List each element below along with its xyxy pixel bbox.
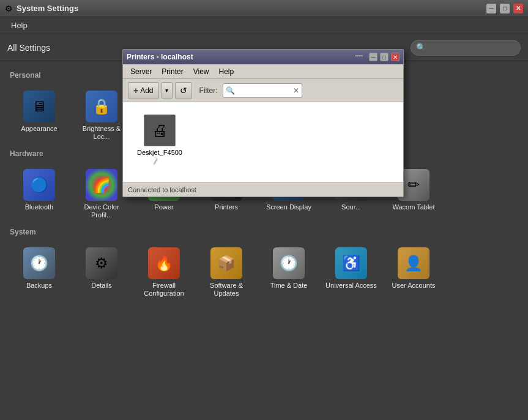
maximize-button[interactable]: □ xyxy=(500,4,510,13)
status-text: Connected to localhost xyxy=(128,186,196,193)
icon-item-universal[interactable]: ♿ Universal Access xyxy=(322,242,381,298)
system-section-label: System xyxy=(10,228,518,236)
filter-box: 🔍 ✕ xyxy=(223,83,302,98)
menubar: Help xyxy=(0,17,528,34)
icon-item-details[interactable]: ⚙ Details xyxy=(72,242,131,298)
icon-label-power: Power xyxy=(154,203,173,211)
dialog-close-button[interactable]: ✕ xyxy=(391,53,400,61)
filter-clear-button[interactable]: ✕ xyxy=(293,86,299,95)
icon-img-appearance: 🖥 xyxy=(23,91,55,122)
icon-item-users[interactable]: 👤 User Accounts xyxy=(384,242,443,298)
icon-label-backups: Backups xyxy=(26,282,52,290)
all-settings-label[interactable]: All Settings xyxy=(7,43,50,53)
help-menu[interactable]: Help xyxy=(5,18,34,32)
icon-label-tablet: Wacom Tablet xyxy=(392,203,434,211)
icon-label-printers: Printers xyxy=(215,203,238,211)
icon-label-details: Details xyxy=(91,282,112,290)
icon-label-brightness: Brightness & Loc... xyxy=(76,125,127,141)
app-icon: ⚙ xyxy=(5,4,13,13)
icon-img-details: ⚙ xyxy=(86,247,117,279)
icon-label-software: Software & Updates xyxy=(201,282,252,298)
icon-img-software: 📦 xyxy=(210,247,242,279)
icon-img-color: 🌈 xyxy=(86,169,117,201)
close-button[interactable]: ✕ xyxy=(513,4,523,13)
dialog-menu-printer[interactable]: Printer xyxy=(157,66,188,77)
add-label: Add xyxy=(140,86,153,95)
icon-img-backups: 🕐 xyxy=(23,247,55,279)
dialog-statusbar: Connected to localhost xyxy=(123,182,403,197)
printer-name: Deskjet_F4500 xyxy=(137,149,182,156)
icon-img-brightness: 🔒 xyxy=(86,91,117,122)
icon-item-timedate[interactable]: 🕐 Time & Date xyxy=(259,242,318,298)
dialog-menu-view[interactable]: View xyxy=(188,66,214,77)
icon-item-backups[interactable]: 🕐 Backups xyxy=(10,242,69,298)
icon-label-color: Devic Color Profil... xyxy=(76,203,127,219)
icon-img-firewall: 🔥 xyxy=(148,247,180,279)
filter-label: Filter: xyxy=(199,86,218,95)
add-dropdown-button[interactable]: ▾ xyxy=(162,82,173,99)
search-input[interactable] xyxy=(428,43,515,52)
system-grid: 🕐 Backups ⚙ Details 🔥 Firewall Configura… xyxy=(10,242,518,298)
dialog-menubar: ServerPrinterViewHelp xyxy=(123,64,403,79)
window-title: System Settings xyxy=(17,4,484,13)
icon-img-users: 👤 xyxy=(398,247,429,279)
add-printer-button[interactable]: + Add xyxy=(128,82,159,99)
icon-label-firewall: Firewall Configuration xyxy=(138,282,190,298)
dialog-toolbar: + Add ▾ ↺ Filter: 🔍 ✕ xyxy=(123,79,403,102)
dialog-maximize-button[interactable]: □ xyxy=(380,53,389,61)
filter-input[interactable] xyxy=(235,86,292,95)
dialog-content: 🖨 Deskjet_F4500 xyxy=(123,102,403,182)
dialog-titlebar: Printers - localhost ▪▪▪▪ ─ □ ✕ xyxy=(123,50,403,64)
refresh-button[interactable]: ↺ xyxy=(175,82,192,99)
icon-label-sound: Sour... xyxy=(341,203,361,211)
search-icon: 🔍 xyxy=(416,43,426,52)
icon-item-firewall[interactable]: 🔥 Firewall Configuration xyxy=(135,242,193,298)
dialog-title: Printers - localhost xyxy=(127,53,355,61)
icon-img-universal: ♿ xyxy=(335,247,367,279)
icon-label-bluetooth: Bluetooth xyxy=(25,203,53,211)
icon-item-appearance[interactable]: 🖥 Appearance xyxy=(10,86,69,141)
printer-icon: 🖨 xyxy=(144,114,176,146)
printers-dialog: Printers - localhost ▪▪▪▪ ─ □ ✕ ServerPr… xyxy=(122,49,404,197)
icon-item-software[interactable]: 📦 Software & Updates xyxy=(197,242,256,298)
icon-label-timedate: Time & Date xyxy=(270,282,308,290)
printer-item[interactable]: 🖨 Deskjet_F4500 xyxy=(135,114,184,170)
icon-img-timedate: 🕐 xyxy=(273,247,305,279)
titlebar: ⚙ System Settings ─ □ ✕ xyxy=(0,0,528,17)
dialog-menu-server[interactable]: Server xyxy=(125,66,157,77)
dialog-minimize-button[interactable]: ─ xyxy=(369,53,377,61)
icon-img-bluetooth: 🔵 xyxy=(23,169,55,201)
search-box[interactable]: 🔍 xyxy=(411,40,521,56)
icon-label-universal: Universal Access xyxy=(325,282,377,290)
icon-label-users: User Accounts xyxy=(392,282,436,290)
icon-item-bluetooth[interactable]: 🔵 Bluetooth xyxy=(10,164,69,219)
icon-label-appearance: Appearance xyxy=(21,125,57,133)
icon-label-screen: Screen Display xyxy=(266,203,311,211)
dialog-menu-help[interactable]: Help xyxy=(214,66,239,77)
minimize-button[interactable]: ─ xyxy=(486,4,496,13)
plus-icon: + xyxy=(133,86,138,96)
filter-search-icon: 🔍 xyxy=(226,86,235,95)
